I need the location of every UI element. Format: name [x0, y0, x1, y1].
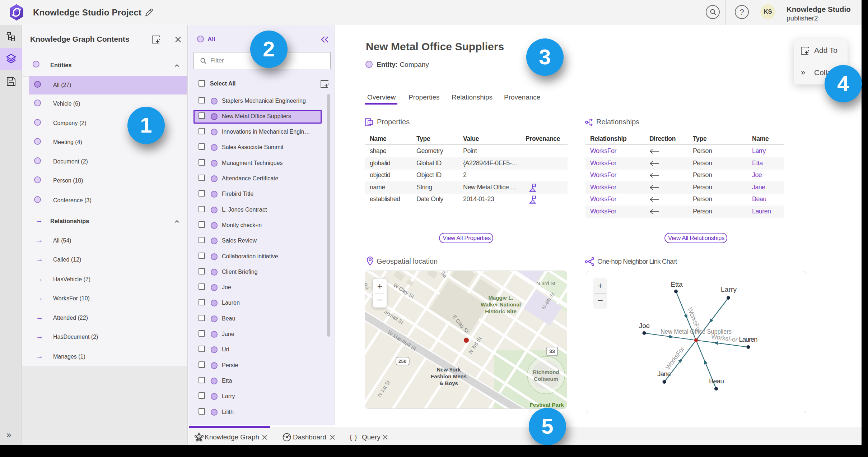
svg-text:Jane: Jane [657, 370, 671, 378]
svg-text:Etta: Etta [671, 281, 683, 288]
svg-text:& Boys: & Boys [439, 380, 458, 386]
svg-text:Larry: Larry [721, 286, 737, 293]
svg-text:N 3rd St: N 3rd St [536, 281, 555, 286]
svg-text:Fashion Mens: Fashion Mens [431, 373, 467, 379]
svg-text:Joe: Joe [639, 322, 650, 329]
svg-text:Maggie L.: Maggie L. [488, 295, 513, 301]
svg-text:Lauren: Lauren [739, 336, 758, 343]
svg-text:250: 250 [398, 359, 407, 364]
svg-text:Festival Park: Festival Park [529, 402, 564, 408]
svg-text:Beau: Beau [709, 377, 724, 385]
svg-text:33: 33 [549, 348, 555, 354]
svg-text:Richmond: Richmond [533, 369, 559, 375]
svg-text:Coliseum: Coliseum [534, 376, 558, 382]
svg-text:WorksFor: WorksFor [711, 333, 738, 343]
svg-text:Historic Site: Historic Site [485, 308, 517, 314]
svg-text:Walker National: Walker National [481, 301, 521, 308]
svg-text:New York: New York [437, 366, 461, 373]
